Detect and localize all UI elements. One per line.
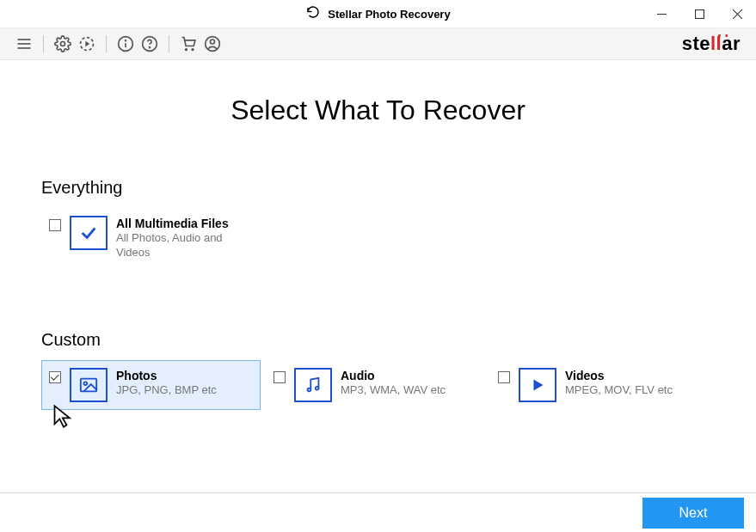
cart-icon[interactable]	[176, 32, 200, 56]
help-icon[interactable]	[138, 32, 162, 56]
next-button[interactable]: Next	[642, 498, 744, 529]
footer: Next	[0, 492, 756, 532]
close-button[interactable]	[718, 0, 756, 28]
gear-icon[interactable]	[51, 32, 75, 56]
checkbox-videos[interactable]	[498, 371, 510, 383]
checkmark-icon	[70, 216, 108, 250]
svg-point-21	[308, 388, 311, 392]
svg-rect-1	[695, 9, 704, 18]
svg-point-22	[316, 387, 319, 390]
section-header-everything: Everything	[41, 178, 715, 198]
option-all-multimedia[interactable]: All Multimedia Files All Photos, Audio a…	[41, 208, 261, 268]
svg-point-20	[84, 382, 88, 385]
option-title: Audio	[341, 368, 446, 383]
window-controls	[642, 0, 756, 28]
maximize-button[interactable]	[680, 0, 718, 28]
svg-point-7	[61, 42, 65, 46]
svg-point-15	[186, 49, 187, 51]
main-content: Select What To Recover Everything All Mu…	[0, 60, 756, 520]
back-icon[interactable]	[305, 5, 321, 23]
option-videos[interactable]: Videos MPEG, MOV, FLV etc	[490, 360, 710, 410]
section-header-custom: Custom	[41, 330, 715, 350]
option-audio[interactable]: Audio MP3, WMA, WAV etc	[266, 360, 485, 410]
svg-point-14	[150, 47, 151, 48]
svg-point-16	[192, 49, 194, 51]
checkbox-all-multimedia[interactable]	[49, 219, 61, 231]
separator	[106, 35, 107, 52]
option-title: Photos	[116, 368, 217, 383]
option-title: All Multimedia Files	[116, 216, 253, 231]
svg-marker-9	[85, 41, 89, 47]
svg-point-12	[126, 40, 126, 41]
option-subtitle: All Photos, Audio and Videos	[116, 231, 253, 260]
svg-point-18	[211, 40, 215, 44]
info-icon[interactable]	[114, 32, 138, 56]
user-icon[interactable]	[200, 32, 224, 56]
menu-icon[interactable]	[12, 32, 36, 56]
minimize-button[interactable]	[642, 0, 680, 28]
resume-recovery-icon[interactable]	[75, 32, 99, 56]
svg-marker-23	[533, 380, 543, 391]
option-subtitle: MPEG, MOV, FLV etc	[565, 383, 673, 398]
window-title: Stellar Photo Recovery	[328, 8, 450, 21]
option-subtitle: JPG, PNG, BMP etc	[116, 383, 217, 398]
stellar-logo: • • stellar	[682, 33, 741, 55]
svg-rect-19	[81, 379, 96, 392]
image-icon	[70, 368, 108, 402]
title-bar: Stellar Photo Recovery	[0, 0, 756, 28]
separator	[43, 35, 44, 52]
checkbox-audio[interactable]	[274, 371, 286, 383]
toolbar: • • stellar	[0, 28, 756, 60]
option-photos[interactable]: Photos JPG, PNG, BMP etc	[41, 360, 261, 410]
page-title: Select What To Recover	[41, 95, 715, 126]
play-icon	[519, 368, 556, 402]
music-icon	[294, 368, 332, 402]
option-title: Videos	[565, 368, 673, 383]
option-subtitle: MP3, WMA, WAV etc	[341, 383, 446, 398]
separator	[169, 35, 169, 52]
checkbox-photos[interactable]	[49, 371, 61, 383]
